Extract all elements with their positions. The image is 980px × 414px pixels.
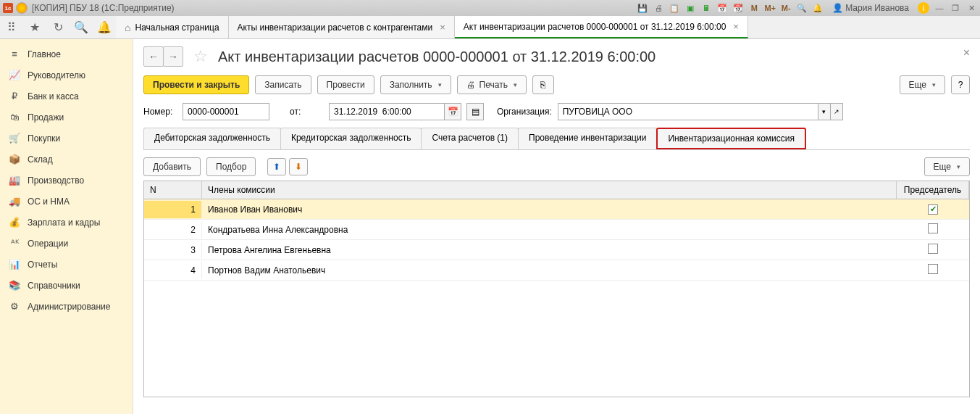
search-icon[interactable]: 🔍 xyxy=(70,16,93,38)
subtab-accounts[interactable]: Счета расчетов (1) xyxy=(421,128,519,149)
sidebar-item-assets[interactable]: 🚚ОС и НМА xyxy=(0,191,133,212)
m-minus-icon[interactable]: M- xyxy=(780,2,792,14)
apps-icon[interactable]: ⠿ xyxy=(0,16,23,38)
date-icon[interactable]: 📆 xyxy=(732,2,744,14)
dropdown-icon[interactable]: ▾ xyxy=(818,103,831,120)
subtab-commission[interactable]: Инвентаризационная комиссия xyxy=(656,128,806,149)
sidebar-item-bank[interactable]: ₽Банк и касса xyxy=(0,86,133,107)
sidebar-item-reports[interactable]: 📊Отчеты xyxy=(0,254,133,275)
sidebar-item-sales[interactable]: 🛍Продажи xyxy=(0,107,133,128)
tab-close-icon[interactable]: × xyxy=(440,22,445,33)
date-input[interactable] xyxy=(329,103,445,120)
sidebar-label: Операции xyxy=(28,239,68,249)
forward-button[interactable]: → xyxy=(163,46,183,67)
sidebar-label: Руководителю xyxy=(28,70,85,80)
m-icon[interactable]: M xyxy=(748,2,760,14)
chair-checkbox[interactable]: ✔ xyxy=(928,204,938,215)
subtab-creditor[interactable]: Кредиторская задолженность xyxy=(280,128,422,149)
sidebar-label: Склад xyxy=(28,154,53,165)
print-icon[interactable]: 🖨 xyxy=(653,2,664,14)
sidebar-item-warehouse[interactable]: 📦Склад xyxy=(0,149,133,170)
sidebar-item-operations[interactable]: ᴬᴷОперации xyxy=(0,233,133,254)
star-icon[interactable]: ☆ xyxy=(193,47,208,66)
table-row[interactable]: 1 Иванов Иван Иванович ✔ xyxy=(144,199,969,220)
sidebar-item-manager[interactable]: 📈Руководителю xyxy=(0,65,133,86)
sidebar-item-catalogs[interactable]: 📚Справочники xyxy=(0,275,133,296)
fill-button[interactable]: Заполнить▾ xyxy=(380,75,451,94)
sidebar: ≡Главное 📈Руководителю ₽Банк и касса 🛍Пр… xyxy=(0,39,133,414)
factory-icon: 🏭 xyxy=(9,175,20,186)
sidebar-item-payroll[interactable]: 💰Зарплата и кадры xyxy=(0,212,133,233)
bell-icon[interactable]: 🔔 xyxy=(812,2,824,14)
open-org-icon[interactable]: ↗ xyxy=(830,103,843,120)
save-icon[interactable]: 💾 xyxy=(637,2,648,14)
col-member[interactable]: Члены комиссии xyxy=(202,181,897,199)
sidebar-label: Продажи xyxy=(28,112,64,123)
gear-icon: ⚙ xyxy=(9,301,20,312)
table-more-button[interactable]: Еще▾ xyxy=(924,157,970,176)
cell-n: 2 xyxy=(144,221,202,239)
from-label: от: xyxy=(290,107,323,117)
tab-close-icon[interactable]: × xyxy=(733,21,739,32)
notifications-icon[interactable]: 🔔 xyxy=(93,16,116,38)
back-button[interactable]: ← xyxy=(143,46,164,67)
tab-inventory-act[interactable]: Акт инвентаризации расчетов 0000-000001 … xyxy=(455,16,748,38)
col-chair[interactable]: Председатель xyxy=(897,181,969,199)
sidebar-item-admin[interactable]: ⚙Администрирование xyxy=(0,296,133,317)
post-button[interactable]: Провести xyxy=(317,75,374,94)
sidebar-label: Справочники xyxy=(28,281,80,291)
tab-home[interactable]: ⌂ Начальная страница xyxy=(116,16,229,38)
text-mode-icon[interactable]: ▤ xyxy=(466,103,484,120)
info-icon[interactable]: i xyxy=(918,2,929,14)
chair-checkbox[interactable] xyxy=(928,264,938,274)
more-button[interactable]: Еще▾ xyxy=(900,75,945,94)
move-up-button[interactable]: ⬆ xyxy=(267,158,286,175)
save-button[interactable]: Записать xyxy=(255,75,311,94)
truck-icon: 🚚 xyxy=(9,196,20,207)
zoom-icon[interactable]: 🔍 xyxy=(796,2,808,14)
pick-button[interactable]: Подбор xyxy=(206,157,256,176)
add-row-button[interactable]: Добавить xyxy=(143,157,201,176)
table-row[interactable]: 4 Портнов Вадим Анатольевич xyxy=(144,260,969,281)
number-label: Номер: xyxy=(143,107,177,117)
sidebar-item-purchases[interactable]: 🛒Покупки xyxy=(0,128,133,149)
number-input[interactable] xyxy=(183,103,269,120)
subtab-execution[interactable]: Проведение инвентаризации xyxy=(518,128,657,149)
bars-icon: 📊 xyxy=(9,259,20,270)
table-row[interactable]: 3 Петрова Ангелина Евгеньевна xyxy=(144,240,969,260)
chair-checkbox[interactable] xyxy=(928,223,938,233)
favorite-icon[interactable]: ★ xyxy=(23,16,46,38)
money-icon: 💰 xyxy=(9,217,20,228)
sidebar-label: ОС и НМА xyxy=(28,196,70,207)
window-tabs: ⌂ Начальная страница Акты инвентаризации… xyxy=(116,16,980,38)
calendar-icon[interactable]: 📅 xyxy=(716,2,728,14)
help-button[interactable]: ? xyxy=(951,75,970,94)
copy-icon[interactable]: 📋 xyxy=(669,2,680,14)
m-plus-icon[interactable]: M+ xyxy=(764,2,776,14)
sidebar-item-production[interactable]: 🏭Производство xyxy=(0,170,133,191)
attach-button[interactable]: ⎘ xyxy=(532,75,554,94)
post-and-close-button[interactable]: Провести и закрыть xyxy=(143,75,249,94)
calendar-picker-icon[interactable]: 📅 xyxy=(444,103,461,120)
move-down-button[interactable]: ⬇ xyxy=(289,158,308,175)
history-icon[interactable]: ↻ xyxy=(46,16,70,38)
col-number[interactable]: N xyxy=(144,181,202,199)
printer-icon: 🖨 xyxy=(466,80,475,90)
maximize-icon[interactable]: ❐ xyxy=(950,2,961,14)
minimize-icon[interactable]: — xyxy=(934,2,945,14)
tab-inventory-list[interactable]: Акты инвентаризации расчетов с контраген… xyxy=(229,16,455,38)
print-button[interactable]: 🖨Печать▾ xyxy=(457,75,527,94)
sidebar-item-main[interactable]: ≡Главное xyxy=(0,44,133,65)
table-row[interactable]: 2 Кондратьева Инна Александровна xyxy=(144,220,969,240)
cell-name: Кондратьева Инна Александровна xyxy=(202,221,897,239)
cell-n: 1 xyxy=(144,201,202,218)
chair-checkbox[interactable] xyxy=(928,244,938,254)
close-page-icon[interactable]: × xyxy=(963,46,970,59)
close-window-icon[interactable]: ✕ xyxy=(966,2,977,14)
cell-n: 4 xyxy=(144,262,202,279)
user-menu[interactable]: 👤 Мария Иванова xyxy=(832,3,909,13)
compare-icon[interactable]: ▣ xyxy=(684,2,696,14)
subtab-debtor[interactable]: Дебиторская задолженность xyxy=(143,128,281,149)
calc-icon[interactable]: 🖩 xyxy=(700,2,712,14)
org-input[interactable] xyxy=(558,103,818,120)
